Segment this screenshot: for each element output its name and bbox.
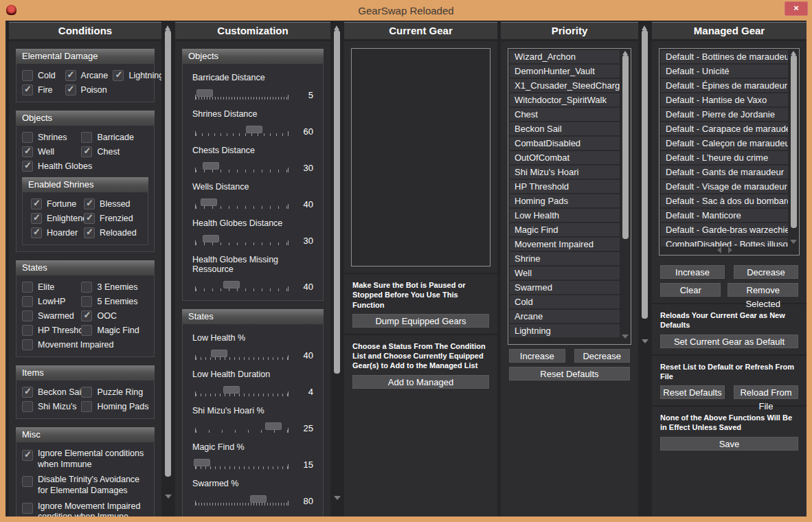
chests-distance-slider[interactable] <box>195 162 289 174</box>
horizontal-scrollbar[interactable] <box>659 247 789 253</box>
managed-gear-list-item[interactable]: Default - Garde-bras warzechiens <box>661 223 788 236</box>
managed-gear-list[interactable]: Default - Bottines de maraudeurDefault -… <box>659 48 800 256</box>
scroll-down-icon[interactable] <box>622 334 629 339</box>
priority-list-item[interactable]: Swarmed <box>510 281 620 294</box>
checkbox-barricade[interactable]: Barricade <box>81 132 148 143</box>
dump-equipped-gears-button[interactable]: Dump Equipped Gears <box>352 314 489 328</box>
priority-list-item[interactable]: Lightning <box>510 324 620 337</box>
managed-decrease-button[interactable]: Decrease <box>734 265 798 279</box>
slider-thumb[interactable] <box>250 495 267 503</box>
managed-reset-defaults-button[interactable]: Reset Defaults <box>660 385 725 399</box>
checkbox-movement-impaired[interactable]: Movement Impaired <box>22 339 81 350</box>
scroll-down-icon[interactable] <box>642 339 649 343</box>
priority-list-item[interactable]: Shi Mizu's Hoari <box>510 166 620 179</box>
checkbox-elite[interactable]: Elite <box>22 282 81 293</box>
checkbox-blessed[interactable]: Blessed <box>84 198 144 209</box>
checkbox-homing-pads[interactable]: Homing Pads <box>81 401 148 412</box>
scrollbar-thumb[interactable] <box>622 55 629 239</box>
priority-list-item[interactable]: Arcane <box>510 310 620 323</box>
reload-from-file-button[interactable]: Reload From File <box>734 385 798 399</box>
checkbox-5-enemies[interactable]: 5 Enemies <box>81 296 148 307</box>
priority-list-item[interactable]: Wizard_Archon <box>510 50 620 63</box>
priority-list-item[interactable]: Shrine <box>510 252 620 265</box>
customization-scrollbar[interactable] <box>330 22 344 517</box>
slider-thumb[interactable] <box>203 235 219 242</box>
close-button[interactable]: × <box>785 1 808 16</box>
checkbox-ignore-elemental[interactable]: Ignore Elemental conditions when Immune <box>22 449 148 470</box>
checkbox-enlightened[interactable]: Enlightened <box>31 213 84 224</box>
checkbox-well[interactable]: Well <box>22 146 81 157</box>
checkbox-health-globes[interactable]: Health Globes <box>22 161 81 172</box>
checkbox-magic-find[interactable]: Magic Find <box>81 325 148 336</box>
save-button[interactable]: Save <box>660 437 798 451</box>
health-globes-missing-slider[interactable] <box>195 281 289 293</box>
managed-gear-list-item[interactable]: Default - Sac à dos du bombardier <box>661 194 788 207</box>
checkbox-beckon-sail[interactable]: Beckon Sail <box>22 387 81 398</box>
clear-button[interactable]: Clear <box>660 283 721 297</box>
checkbox-swarmed[interactable]: Swarmed <box>22 310 81 321</box>
scrollbar-thumb[interactable] <box>165 30 171 477</box>
priority-list-item[interactable]: OutOfCombat <box>510 151 620 164</box>
slider-thumb[interactable] <box>211 350 227 357</box>
slider-thumb[interactable] <box>246 126 262 133</box>
add-to-managed-button[interactable]: Add to Managed <box>352 375 489 389</box>
low-health-pct-slider[interactable] <box>195 350 289 361</box>
slider-thumb[interactable] <box>196 89 213 97</box>
checkbox-shrines[interactable]: Shrines <box>22 132 81 143</box>
checkbox-lightning[interactable]: Lightning <box>113 70 148 81</box>
priority-list-item[interactable]: Movement Impaired <box>510 238 620 251</box>
priority-list-item[interactable]: CombatDisabled <box>510 137 620 150</box>
priority-list-item[interactable]: Magic Find <box>510 223 620 236</box>
checkbox-reloaded[interactable]: Reloaded <box>84 227 144 238</box>
scrollbar-thumb[interactable] <box>334 30 340 374</box>
priority-decrease-button[interactable]: Decrease <box>574 349 631 363</box>
managed-gear-list-item[interactable]: Default - Bottines de maraudeur <box>661 50 788 63</box>
checkbox-puzzle-ring[interactable]: Puzzle Ring <box>81 387 148 398</box>
checkbox-cold[interactable]: Cold <box>22 70 65 81</box>
checkbox-disable-avoidance[interactable]: Disable Trinity's Avoidance for Elementa… <box>22 475 148 496</box>
checkbox-hp-threshold[interactable]: HP Threshold <box>22 325 81 336</box>
slider-thumb[interactable] <box>201 198 217 206</box>
priority-list-item[interactable]: Low Health <box>510 209 620 222</box>
checkbox-fire[interactable]: Fire <box>22 84 65 95</box>
health-globes-distance-slider[interactable] <box>195 235 289 247</box>
set-current-gear-as-default-button[interactable]: Set Current Gear as Default <box>660 334 798 348</box>
slider-thumb[interactable] <box>265 422 282 430</box>
managed-gear-list-item[interactable]: Default - L'heure du crime <box>661 151 788 164</box>
priority-list-item[interactable]: DemonHunter_Vault <box>510 65 620 78</box>
checkbox-lowhp[interactable]: LowHP <box>22 296 81 307</box>
slider-thumb[interactable] <box>194 459 210 466</box>
scroll-down-icon[interactable] <box>790 240 797 244</box>
scroll-down-icon[interactable] <box>334 496 341 500</box>
checkbox-3-enemies[interactable]: 3 Enemies <box>81 282 148 293</box>
slider-thumb[interactable] <box>223 281 240 288</box>
priority-list-item[interactable]: Homing Pads <box>510 194 620 207</box>
managed-increase-button[interactable]: Increase <box>660 265 725 279</box>
swarmed-pct-slider[interactable] <box>195 495 289 507</box>
checkbox-ignore-movement[interactable]: Ignore Movement Impaired condition when … <box>22 501 148 517</box>
managed-gear-list-item[interactable]: Default - Unicité <box>661 65 788 78</box>
priority-increase-button[interactable]: Increase <box>509 349 565 363</box>
wells-distance-slider[interactable] <box>195 198 289 210</box>
priority-reset-defaults-button[interactable]: Reset Defaults <box>509 367 630 381</box>
scrollbar-thumb[interactable] <box>791 55 797 228</box>
scroll-down-icon[interactable] <box>165 495 172 499</box>
managed-gear-list-item[interactable]: Default - Carapace de maraudeur <box>661 122 788 135</box>
shi-mizus-hoari-slider[interactable] <box>195 422 289 434</box>
checkbox-chest[interactable]: Chest <box>81 146 148 157</box>
managed-gear-list-item[interactable]: Default - Épines de maraudeur <box>661 79 788 92</box>
checkbox-poison[interactable]: Poison <box>65 84 113 95</box>
priority-list-item[interactable]: Beckon Sail <box>510 122 620 135</box>
checkbox-fortune[interactable]: Fortune <box>31 198 84 209</box>
titlebar[interactable]: GearSwap Reloaded × <box>0 0 812 21</box>
priority-list-item[interactable]: Witchdoctor_SpiritWalk <box>510 93 620 106</box>
scrollbar-thumb[interactable] <box>642 30 648 319</box>
managed-gear-list-item[interactable]: Default - Caleçon de maraudeur <box>661 137 788 150</box>
priority-list-item[interactable]: X1_Crusader_SteedCharge <box>510 79 620 92</box>
priority-list-item[interactable]: HP Threshold <box>510 180 620 193</box>
checkbox-shi-mizus[interactable]: Shi Mizu's <box>22 401 81 412</box>
managed-gear-list-item[interactable]: Default - Gants de maraudeur <box>661 166 788 179</box>
priority-list-item[interactable]: Well <box>510 266 620 280</box>
slider-thumb[interactable] <box>223 386 240 394</box>
scroll-right-icon[interactable] <box>728 247 732 253</box>
